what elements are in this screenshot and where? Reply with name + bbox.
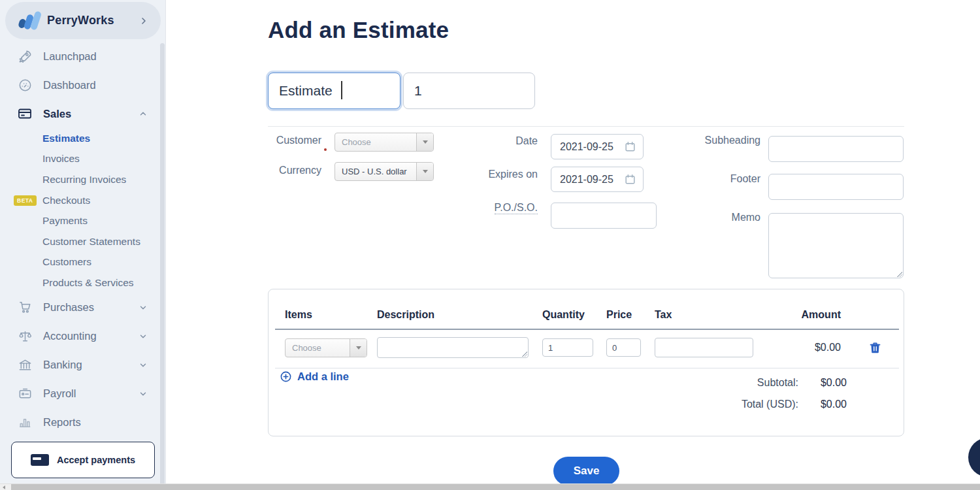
- page-title: Add an Estimate: [268, 17, 449, 43]
- shopping-cart-icon: [16, 300, 33, 316]
- po-so-label: P.O./S.O.: [472, 202, 538, 214]
- description-textarea[interactable]: [377, 337, 529, 358]
- footer-label: Footer: [669, 173, 760, 185]
- price-input[interactable]: [606, 338, 641, 357]
- accept-payments-button[interactable]: Accept payments: [11, 442, 155, 478]
- memo-textarea[interactable]: [768, 213, 904, 278]
- resize-handle-icon[interactable]: [896, 271, 902, 277]
- sidebar-item-label: Checkouts: [42, 195, 90, 206]
- bar-chart-icon: [16, 415, 33, 431]
- date-value: 2021-09-25: [560, 141, 617, 153]
- add-line-label: Add a line: [297, 370, 349, 383]
- expires-on-input[interactable]: 2021-09-25: [551, 167, 644, 192]
- sidebar-item-sales[interactable]: Sales: [0, 99, 161, 128]
- sidebar-item-recurring-invoices[interactable]: Recurring Invoices: [0, 169, 161, 190]
- total-label: Total (USD):: [742, 399, 798, 410]
- accept-payments-label: Accept payments: [57, 455, 135, 465]
- subtotal-label: Subtotal:: [757, 377, 798, 389]
- memo-label: Memo: [669, 212, 760, 223]
- po-so-input[interactable]: [551, 203, 657, 229]
- sidebar-item-banking[interactable]: Banking: [0, 351, 161, 380]
- dropdown-arrow-icon: [350, 339, 367, 357]
- subheading-label: Subheading: [669, 135, 760, 146]
- sidebar-item-label: Customer Statements: [42, 236, 140, 248]
- line-items-card: Items Description Quantity Price Tax Amo…: [268, 289, 904, 436]
- scroll-left-arrow-icon[interactable]: [3, 485, 5, 489]
- gauge-icon: [16, 77, 33, 93]
- bank-icon: [16, 357, 33, 373]
- sidebar-item-estimates[interactable]: Estimates: [0, 128, 161, 149]
- app-window: PerryWorks Launchpad Dashboard: [0, 0, 980, 490]
- sidebar-item-label: Recurring Invoices: [42, 174, 126, 186]
- sidebar-nav: Launchpad Dashboard Sales Estimates: [0, 42, 161, 437]
- sidebar-item-accounting[interactable]: Accounting: [0, 322, 161, 351]
- estimate-number-input[interactable]: [403, 73, 535, 109]
- credit-card-icon: [31, 454, 49, 466]
- sidebar-item-invoices[interactable]: Invoices: [0, 149, 161, 170]
- sidebar-item-payments[interactable]: Payments: [0, 210, 161, 231]
- resize-handle-icon[interactable]: [521, 351, 527, 357]
- sidebar-item-label: Payroll: [43, 387, 139, 400]
- date-input[interactable]: 2021-09-25: [551, 134, 644, 159]
- required-indicator: [324, 148, 327, 151]
- customer-select-value: Choose: [335, 133, 416, 151]
- expires-on-label: Expires on: [472, 169, 538, 180]
- brand-wave-icon: [18, 10, 41, 31]
- chevron-up-icon: [139, 109, 148, 118]
- currency-select[interactable]: USD - U.S. dollar: [335, 162, 434, 181]
- help-chat-button[interactable]: [968, 438, 980, 477]
- sidebar-item-customer-statements[interactable]: Customer Statements: [0, 231, 161, 252]
- footer-input[interactable]: [768, 174, 904, 200]
- sidebar-item-reports[interactable]: Reports: [0, 408, 161, 437]
- brand-logo-button[interactable]: PerryWorks: [5, 2, 161, 39]
- sidebar-item-label: Estimates: [42, 133, 90, 144]
- chevron-down-icon: [139, 303, 148, 312]
- sidebar-item-label: Customers: [42, 256, 91, 268]
- currency-label: Currency: [256, 165, 321, 176]
- horizontal-scrollbar[interactable]: [0, 483, 980, 490]
- sidebar-item-checkouts[interactable]: BETA Checkouts: [0, 190, 161, 211]
- items-column-header: Items: [285, 309, 312, 321]
- sidebar: PerryWorks Launchpad Dashboard: [0, 0, 166, 490]
- save-button[interactable]: Save: [553, 457, 619, 485]
- sidebar-item-label: Launchpad: [43, 50, 148, 63]
- expires-on-value: 2021-09-25: [560, 174, 617, 186]
- quantity-input[interactable]: [542, 338, 593, 357]
- price-column-header: Price: [606, 309, 632, 321]
- currency-select-value: USD - U.S. dollar: [335, 163, 416, 180]
- horizontal-scrollbar-thumb[interactable]: [11, 484, 980, 490]
- amount-column-header: Amount: [802, 309, 841, 321]
- sidebar-item-label: Banking: [43, 359, 139, 371]
- sidebar-item-purchases[interactable]: Purchases: [0, 293, 161, 322]
- delete-line-button[interactable]: [866, 339, 883, 356]
- customer-select[interactable]: Choose: [335, 133, 434, 152]
- chevron-down-icon: [139, 361, 148, 370]
- line-amount: $0.00: [815, 342, 841, 353]
- sidebar-item-customers[interactable]: Customers: [0, 252, 161, 273]
- text-caret: [341, 81, 342, 99]
- chevron-down-icon: [139, 389, 148, 399]
- dropdown-arrow-icon: [416, 163, 433, 180]
- item-select[interactable]: Choose: [285, 338, 367, 357]
- table-row-rule: [275, 368, 899, 368]
- section-divider: [268, 126, 904, 127]
- subheading-input[interactable]: [768, 136, 904, 162]
- chevron-right-icon: [139, 16, 149, 26]
- sidebar-item-label: Accounting: [43, 330, 139, 342]
- calendar-icon: [624, 140, 636, 153]
- sidebar-item-dashboard[interactable]: Dashboard: [0, 71, 161, 99]
- sidebar-scrollbar[interactable]: [160, 43, 165, 486]
- sidebar-item-label: Purchases: [43, 301, 139, 314]
- dropdown-arrow-icon: [416, 133, 433, 151]
- customer-label: Customer: [256, 135, 321, 146]
- subtotal-value: $0.00: [821, 377, 847, 389]
- sidebar-item-label: Sales: [43, 108, 139, 120]
- add-line-button[interactable]: Add a line: [280, 370, 349, 383]
- sidebar-item-launchpad[interactable]: Launchpad: [0, 42, 161, 71]
- tax-input[interactable]: [655, 338, 753, 357]
- item-select-value: Choose: [286, 339, 350, 357]
- sidebar-item-products-services[interactable]: Products & Services: [0, 272, 161, 293]
- sidebar-item-payroll[interactable]: Payroll: [0, 380, 161, 408]
- estimate-title-input[interactable]: [268, 73, 400, 109]
- rocket-icon: [16, 48, 33, 64]
